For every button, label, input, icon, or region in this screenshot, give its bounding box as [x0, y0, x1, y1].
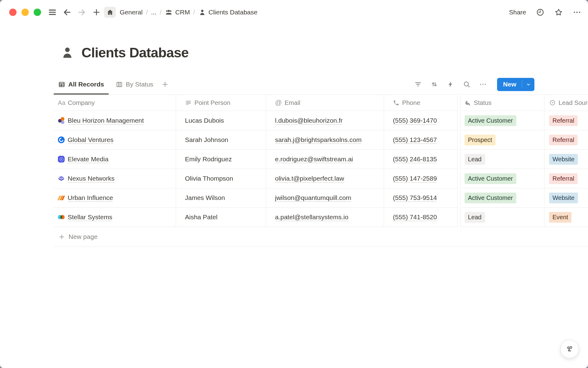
email-link[interactable]: l.dubois@bleuhorizon.fr [275, 117, 343, 124]
point-person-cell[interactable]: Emily Rodriguez [176, 150, 266, 169]
email-link[interactable]: olivia.t@pixelperfect.law [275, 175, 344, 182]
company-cell[interactable]: Stellar Systems [54, 208, 176, 227]
breadcrumb-item-crm[interactable]: CRM [165, 8, 190, 16]
phone-link[interactable]: (555) 369-1470 [393, 117, 437, 124]
point-person-cell[interactable]: James Wilson [176, 188, 266, 208]
updates-button[interactable] [536, 8, 545, 17]
breadcrumb-item-clients-database[interactable]: Clients Database [198, 9, 258, 16]
lead-source-cell[interactable]: Referral [544, 111, 588, 130]
lead-source-cell[interactable]: Website [544, 188, 588, 208]
email-cell[interactable]: olivia.t@pixelperfect.law [266, 169, 384, 188]
column-header-company[interactable]: Aa Company [54, 94, 176, 111]
lead-source-cell[interactable]: Website [544, 150, 588, 169]
phone-cell[interactable]: (555) 147-2589 [384, 169, 458, 188]
column-header-status[interactable]: Status [460, 94, 544, 111]
breadcrumb-item-collapsed[interactable]: ... [151, 9, 156, 16]
company-link[interactable]: Urban Influence [68, 194, 113, 201]
status-cell[interactable]: Active Customer [460, 169, 544, 188]
lead-source-badge: Website [549, 154, 578, 165]
company-cell[interactable]: Global Ventures [54, 130, 176, 150]
email-link[interactable]: sarah.j@brightsparksolns.com [275, 136, 362, 144]
lead-source-cell[interactable]: Referral [544, 130, 588, 150]
column-header-email[interactable]: @ Email [266, 94, 384, 111]
window-toolbar: General / ... / CRM / Clients Database S… [0, 0, 588, 25]
page-title: Clients Database [81, 45, 189, 61]
filter-button[interactable] [414, 80, 422, 88]
email-link[interactable]: a.patel@stellarsystems.io [275, 213, 349, 221]
status-cell[interactable]: Active Customer [460, 111, 544, 130]
email-link[interactable]: jwilson@quantumquill.com [275, 194, 351, 201]
email-cell[interactable]: a.patel@stellarsystems.io [266, 208, 384, 227]
email-cell[interactable]: sarah.j@brightsparksolns.com [266, 130, 384, 150]
page-options-button[interactable] [573, 8, 581, 17]
lead-source-cell[interactable]: Event [544, 208, 588, 227]
phone-link[interactable]: (555) 246-8135 [393, 155, 437, 163]
view-options-button[interactable] [479, 80, 487, 88]
column-gap [458, 150, 460, 169]
phone-link[interactable]: (555) 753-9514 [393, 194, 437, 201]
email-cell[interactable]: e.rodriguez@swiftstream.ai [266, 150, 384, 169]
phone-cell[interactable]: (555) 369-1470 [384, 111, 458, 130]
new-page-row[interactable]: New page [54, 227, 588, 247]
phone-cell[interactable]: (555) 741-8520 [384, 208, 458, 227]
person-icon [60, 45, 75, 60]
back-button[interactable] [62, 7, 72, 17]
notion-ai-button[interactable] [560, 340, 579, 358]
company-link[interactable]: Nexus Networks [68, 175, 115, 182]
company-cell[interactable]: Elevate Media [54, 150, 176, 169]
new-record-dropdown[interactable] [522, 80, 534, 89]
new-tab-button[interactable] [91, 7, 102, 17]
column-header-lead-source[interactable]: Lead Source [544, 94, 588, 111]
email-link[interactable]: e.rodriguez@swiftstream.ai [275, 155, 353, 163]
point-person-cell[interactable]: Aisha Patel [176, 208, 266, 227]
breadcrumb-item-general[interactable]: General [120, 9, 143, 16]
phone-link[interactable]: (555) 741-8520 [393, 213, 437, 221]
status-cell[interactable]: Lead [460, 208, 544, 227]
automations-button[interactable] [447, 80, 454, 88]
phone-cell[interactable]: (555) 123-4567 [384, 130, 458, 150]
clock-icon [536, 8, 545, 17]
home-button[interactable] [104, 7, 116, 18]
close-window-button[interactable] [9, 9, 17, 16]
company-cell[interactable]: Nexus Networks [54, 169, 176, 188]
phone-cell[interactable]: (555) 246-8135 [384, 150, 458, 169]
point-person-cell[interactable]: Olivia Thompson [176, 169, 266, 188]
sort-button[interactable] [430, 80, 438, 88]
phone-link[interactable]: (555) 147-2589 [393, 175, 437, 182]
tab-all-records[interactable]: All Records [54, 75, 109, 94]
company-link[interactable]: Global Ventures [68, 136, 113, 144]
company-cell[interactable]: Bleu Horizon Management [54, 111, 176, 130]
column-header-phone[interactable]: Phone [384, 94, 458, 111]
company-cell[interactable]: Urban Influence [54, 188, 176, 208]
new-button-label: New [497, 81, 522, 88]
column-label: Email [285, 99, 300, 106]
phone-cell[interactable]: (555) 753-9514 [384, 188, 458, 208]
hamburger-icon [48, 8, 57, 17]
column-header-point-person[interactable]: Point Person [176, 94, 266, 111]
breadcrumb: General / ... / CRM / Clients Database [120, 8, 258, 16]
minimize-window-button[interactable] [21, 9, 29, 16]
add-view-button[interactable] [161, 80, 169, 88]
status-cell[interactable]: Lead [460, 150, 544, 169]
search-button[interactable] [463, 80, 471, 88]
phone-link[interactable]: (555) 123-4567 [393, 136, 437, 144]
point-person-cell[interactable]: Sarah Johnson [176, 130, 266, 150]
share-button[interactable]: Share [509, 9, 526, 16]
email-cell[interactable]: l.dubois@bleuhorizon.fr [266, 111, 384, 130]
column-label: Point Person [194, 99, 230, 106]
favorite-button[interactable] [554, 8, 563, 17]
lead-source-cell[interactable]: Referral [544, 169, 588, 188]
point-person-cell[interactable]: Lucas Dubois [176, 111, 266, 130]
zoom-window-button[interactable] [34, 9, 41, 16]
company-link[interactable]: Elevate Media [68, 155, 108, 163]
global-ventures-logo [58, 136, 65, 143]
status-cell[interactable]: Prospect [460, 130, 544, 150]
sidebar-menu-button[interactable] [47, 7, 58, 17]
new-record-button[interactable]: New [497, 78, 534, 91]
status-cell[interactable]: Active Customer [460, 188, 544, 208]
company-link[interactable]: Stellar Systems [68, 213, 112, 221]
company-link[interactable]: Bleu Horizon Management [68, 117, 144, 124]
email-cell[interactable]: jwilson@quantumquill.com [266, 188, 384, 208]
forward-button[interactable] [77, 7, 87, 17]
tab-by-status[interactable]: By Status [111, 75, 158, 94]
